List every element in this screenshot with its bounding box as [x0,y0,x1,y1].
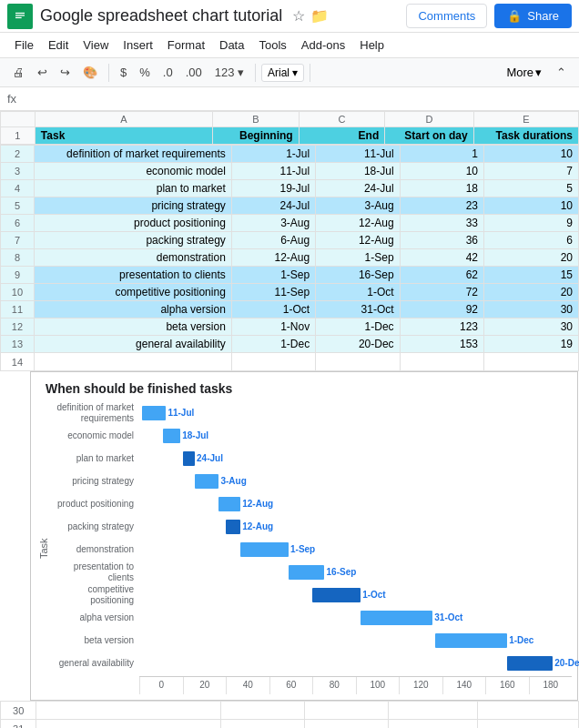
cell-31-c[interactable] [305,720,389,729]
cell-duration[interactable]: 6 [483,232,578,249]
cell-task[interactable]: definition of market requirements [34,146,231,163]
cell-task[interactable]: beta version [34,318,231,336]
cell-start[interactable]: 1 [400,146,483,163]
cell-31-a[interactable] [36,720,221,729]
header-beginning[interactable]: Beginning [213,127,300,145]
cell-30-e[interactable] [478,702,579,720]
comments-button[interactable]: Comments [406,4,487,28]
undo-button[interactable]: ↩ [32,63,53,82]
cell-beginning[interactable]: 11-Sep [231,284,315,301]
cell-start[interactable]: 36 [400,232,483,249]
col-header-b[interactable]: B [213,112,300,127]
cell-end[interactable]: 16-Sep [316,267,400,284]
cell-30-b[interactable] [220,702,304,720]
paint-format-button[interactable]: 🎨 [77,63,103,82]
cell-beginning[interactable]: 19-Jul [231,180,315,197]
cell-duration[interactable]: 7 [483,163,578,180]
cell-30-d[interactable] [389,702,478,720]
cell-task[interactable]: pricing strategy [34,197,231,215]
share-button[interactable]: 🔒 Share [494,4,572,28]
cell-30-a[interactable] [36,702,221,720]
cell-end[interactable]: 1-Dec [316,318,400,336]
formula-input[interactable] [24,92,572,106]
cell-beginning[interactable]: 1-Nov [231,318,315,336]
cell-start[interactable]: 72 [400,284,483,301]
menu-data[interactable]: Data [212,35,251,56]
cell-start[interactable]: 42 [400,249,483,267]
cell-beginning[interactable]: 1-Dec [231,336,315,353]
more-button[interactable]: More ▾ [499,63,549,82]
cell-task[interactable]: competitive positioning [34,284,231,301]
cell-start[interactable]: 62 [400,267,483,284]
col-header-a[interactable]: A [35,112,212,127]
cell-task[interactable]: plan to market [34,180,231,197]
menu-file[interactable]: File [7,35,41,56]
cell-end[interactable]: 12-Aug [316,215,400,232]
cell-end[interactable]: 24-Jul [316,180,400,197]
cell-duration[interactable]: 9 [483,215,578,232]
cell-duration[interactable]: 20 [483,249,578,267]
header-start-on-day[interactable]: Start on day [385,127,473,145]
menu-view[interactable]: View [76,35,116,56]
header-task-durations[interactable]: Task durations [473,127,578,145]
cell-start[interactable]: 10 [400,163,483,180]
cell-duration[interactable]: 30 [483,318,578,336]
redo-button[interactable]: ↪ [55,63,76,82]
cell-30-c[interactable] [305,702,389,720]
cell-end[interactable]: 18-Jul [316,163,400,180]
cell-end[interactable]: 12-Aug [316,232,400,249]
cell-end[interactable]: 20-Dec [316,336,400,353]
menu-tools[interactable]: Tools [251,35,293,56]
header-task[interactable]: Task [35,127,212,145]
cell-duration[interactable]: 30 [483,301,578,318]
cell-end[interactable]: 1-Oct [316,284,400,301]
cell-start[interactable]: 23 [400,197,483,215]
cell-start[interactable]: 153 [400,336,483,353]
cell-beginning[interactable]: 1-Jul [231,146,315,163]
cell-duration[interactable]: 19 [483,336,578,353]
cell-end[interactable]: 1-Sep [316,249,400,267]
cell-duration[interactable]: 10 [483,146,578,163]
format-button[interactable]: 123 ▾ [209,63,249,82]
cell-beginning[interactable]: 12-Aug [231,249,315,267]
cell-beginning[interactable]: 11-Jul [231,163,315,180]
cell-beginning[interactable]: 1-Sep [231,267,315,284]
menu-help[interactable]: Help [352,35,391,56]
percent-button[interactable]: % [134,63,156,82]
cell-beginning[interactable]: 3-Aug [231,215,315,232]
cell-31-d[interactable] [389,720,478,729]
cell-task[interactable]: alpha version [34,301,231,318]
currency-button[interactable]: $ [115,63,132,82]
header-end[interactable]: End [299,127,385,145]
col-header-d[interactable]: D [385,112,473,127]
cell-task[interactable]: presentation to clients [34,267,231,284]
cell-beginning[interactable]: 1-Oct [231,301,315,318]
menu-insert[interactable]: Insert [116,35,160,56]
cell-task[interactable]: economic model [34,163,231,180]
menu-edit[interactable]: Edit [41,35,76,56]
star-icon[interactable]: ☆ [292,7,305,25]
collapse-toolbar-button[interactable]: ⌃ [551,63,572,82]
cell-beginning[interactable]: 24-Jul [231,197,315,215]
cell-start[interactable]: 123 [400,318,483,336]
cell-end[interactable]: 3-Aug [316,197,400,215]
cell-duration[interactable]: 15 [483,267,578,284]
cell-31-b[interactable] [220,720,304,729]
cell-task[interactable]: product positioning [34,215,231,232]
cell-beginning[interactable]: 6-Aug [231,232,315,249]
inc-decimals-button[interactable]: .00 [180,63,208,82]
print-button[interactable]: 🖨 [7,63,30,82]
font-selector[interactable]: Arial ▾ [261,64,304,82]
menu-addons[interactable]: Add-ons [294,35,352,56]
cell-task[interactable]: general availability [34,336,231,353]
cell-duration[interactable]: 5 [483,180,578,197]
menu-format[interactable]: Format [160,35,212,56]
col-header-c[interactable]: C [299,112,385,127]
cell-start[interactable]: 18 [400,180,483,197]
cell-duration[interactable]: 10 [483,197,578,215]
col-header-e[interactable]: E [473,112,578,127]
cell-end[interactable]: 11-Jul [316,146,400,163]
cell-task[interactable]: packing strategy [34,232,231,249]
cell-task[interactable]: demonstration [34,249,231,267]
dec-decimals-button[interactable]: .0 [157,63,178,82]
